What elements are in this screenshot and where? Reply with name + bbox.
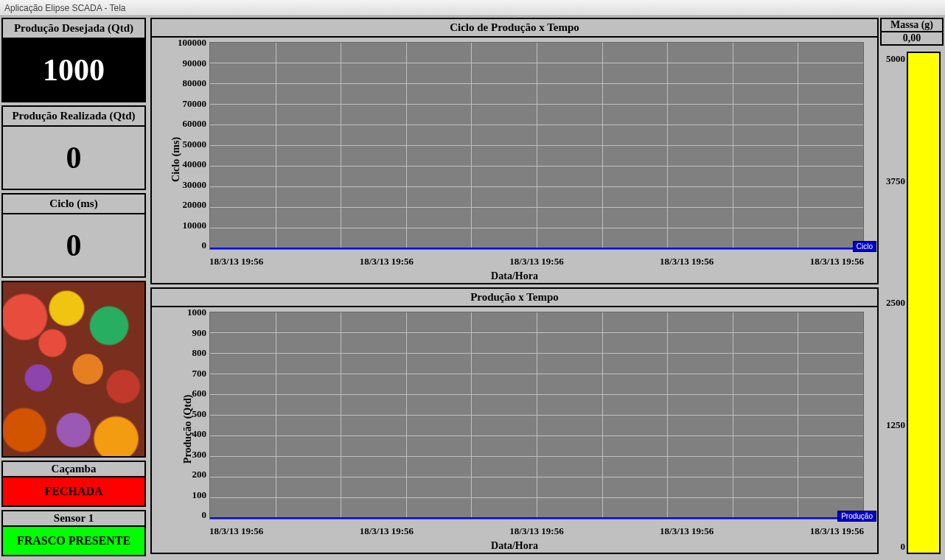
panel-cycle: Ciclo (ms) 0 [1, 193, 146, 278]
xtick: 18/3/13 19:56 [509, 525, 563, 537]
gauge-tick: 1250 [880, 419, 905, 431]
chart-production-vs-time: Produção x Tempo Produção (Qtd) 0 100 20… [150, 287, 879, 554]
left-sidebar: Produção Desejada (Qtd) 1000 Produção Re… [0, 16, 147, 560]
ytick: 900 [172, 328, 206, 337]
xtick: 18/3/13 19:56 [509, 256, 563, 267]
ytick: 500 [172, 409, 206, 419]
product-image [1, 281, 146, 458]
window-title: Aplicação Elipse SCADA - Tela [4, 3, 126, 13]
chart-top-yaxis: 0 10000 20000 30000 40000 50000 60000 70… [172, 42, 206, 250]
ytick: 800 [172, 348, 206, 357]
ytick: 30000 [172, 180, 206, 189]
ytick: 100000 [172, 38, 206, 47]
desired-production-value: 1000 [3, 39, 144, 101]
ytick: 0 [172, 240, 206, 250]
massa-gauge: 5000 3750 2500 1250 0 [880, 47, 944, 559]
ytick: 20000 [172, 200, 206, 209]
ytick: 300 [172, 449, 206, 459]
xtick: 18/3/13 19:56 [660, 256, 714, 267]
window-titlebar: Aplicação Elipse SCADA - Tela [0, 0, 945, 16]
chart-bottom-plot[interactable]: Produção [209, 312, 864, 519]
ytick: 70000 [172, 99, 206, 108]
chart-top-plot[interactable]: Ciclo [209, 42, 864, 250]
ytick: 90000 [172, 58, 206, 68]
cacamba-status: FECHADA [1, 476, 146, 507]
chart-bottom-yaxis: 0 100 200 300 400 500 600 700 800 900 10… [172, 312, 206, 519]
ytick: 0 [172, 510, 206, 519]
ytick: 1000 [172, 307, 206, 317]
gauge-tick: 2500 [880, 297, 905, 309]
gauge-yaxis: 5000 3750 2500 1250 0 [880, 53, 905, 553]
panel-realized-production: Produção Realizada (Qtd) 0 [1, 105, 146, 190]
cacamba-label: Caçamba [1, 461, 146, 476]
panel-desired-production: Produção Desejada (Qtd) 1000 [1, 18, 146, 102]
massa-value: 0,00 [880, 31, 944, 46]
xtick: 18/3/13 19:56 [209, 525, 263, 537]
chart-top-xaxis: 18/3/13 19:56 18/3/13 19:56 18/3/13 19:5… [209, 256, 864, 267]
chart-bottom-series-tag: Produção [837, 511, 876, 522]
ytick: 200 [172, 469, 206, 479]
ytick: 700 [172, 368, 206, 378]
xtick: 18/3/13 19:56 [209, 256, 263, 267]
ytick: 60000 [172, 119, 206, 128]
xtick: 18/3/13 19:56 [660, 525, 714, 537]
gauge-bar [907, 52, 941, 554]
chart-top-xlabel: Data/Hora [152, 270, 877, 282]
xtick: 18/3/13 19:56 [810, 525, 864, 537]
right-sidebar: Massa (g) 0,00 5000 3750 2500 1250 0 [879, 16, 945, 560]
desired-production-label: Produção Desejada (Qtd) [3, 19, 144, 39]
chart-bottom-title: Produção x Tempo [152, 289, 877, 307]
massa-label: Massa (g) [880, 18, 944, 31]
cycle-label: Ciclo (ms) [3, 195, 144, 214]
ytick: 10000 [172, 220, 206, 230]
sensor1-label: Sensor 1 [1, 510, 146, 525]
ytick: 80000 [172, 78, 206, 88]
xtick: 18/3/13 19:56 [810, 256, 864, 267]
ytick: 50000 [172, 139, 206, 149]
chart-top-series-tag: Ciclo [853, 241, 876, 252]
ytick: 400 [172, 429, 206, 438]
ytick: 100 [172, 490, 206, 500]
chart-bottom-xaxis: 18/3/13 19:56 18/3/13 19:56 18/3/13 19:5… [209, 525, 864, 537]
ytick: 40000 [172, 159, 206, 169]
realized-production-label: Produção Realizada (Qtd) [3, 107, 144, 127]
chart-cycle-vs-time: Ciclo de Produção x Tempo Ciclo (ms) 0 1… [150, 18, 879, 284]
chart-top-title: Ciclo de Produção x Tempo [152, 19, 877, 38]
ytick: 600 [172, 388, 206, 398]
center-charts: Ciclo de Produção x Tempo Ciclo (ms) 0 1… [147, 16, 879, 560]
cycle-value: 0 [3, 214, 144, 276]
gauge-tick: 3750 [880, 175, 905, 187]
realized-production-value: 0 [3, 127, 144, 189]
xtick: 18/3/13 19:56 [360, 256, 414, 267]
xtick: 18/3/13 19:56 [360, 525, 414, 537]
chart-bottom-xlabel: Data/Hora [152, 540, 877, 552]
gauge-tick: 0 [880, 541, 905, 553]
sensor1-status: FRASCO PRESENTE [1, 525, 146, 556]
gauge-tick: 5000 [880, 53, 905, 65]
